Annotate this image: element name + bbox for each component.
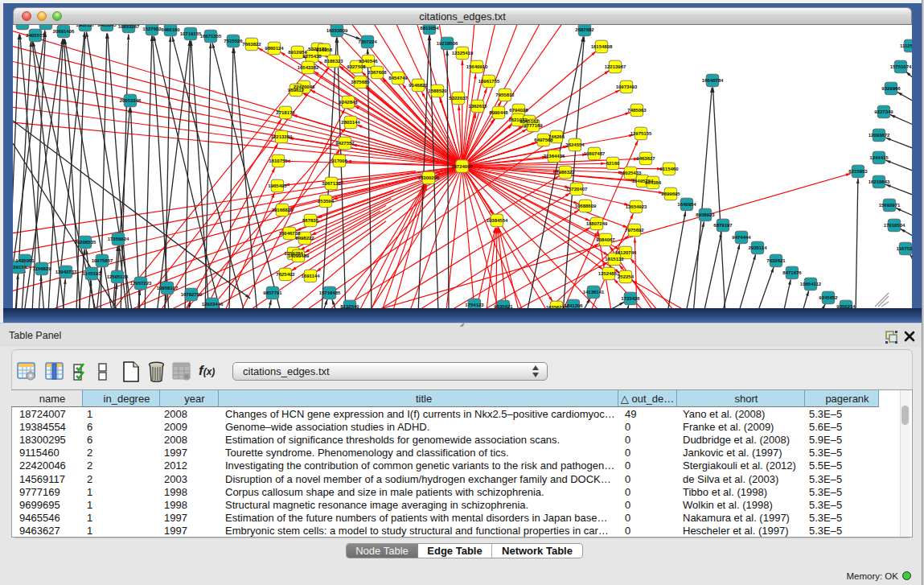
svg-text:5322037: 5322037 (449, 96, 468, 101)
svg-text:9115460: 9115460 (659, 167, 679, 171)
svg-text:15751074: 15751074 (890, 64, 912, 69)
svg-text:939154: 939154 (13, 265, 27, 270)
svg-text:16053809: 16053809 (326, 28, 348, 33)
svg-text:1362615: 1362615 (468, 104, 487, 109)
svg-text:3675685: 3675685 (351, 80, 370, 84)
svg-text:1167534: 1167534 (896, 246, 912, 251)
svg-text:7485063: 7485063 (627, 108, 647, 113)
svg-text:9329966: 9329966 (881, 86, 901, 91)
svg-text:1156829: 1156829 (32, 266, 51, 271)
svg-text:10975857: 10975857 (92, 258, 113, 263)
svg-text:887835: 887835 (302, 218, 319, 223)
svg-text:916058: 916058 (316, 47, 333, 52)
svg-text:1145193: 1145193 (82, 271, 101, 276)
svg-text:14136141: 14136141 (583, 290, 605, 295)
svg-text:7357224: 7357224 (358, 39, 377, 44)
svg-text:15716485: 15716485 (319, 290, 341, 295)
svg-text:16671355: 16671355 (200, 34, 222, 39)
svg-text:2367608: 2367608 (368, 70, 387, 75)
svg-text:10654112: 10654112 (800, 282, 822, 286)
svg-text:9340546: 9340546 (359, 59, 378, 64)
svg-text:16210643: 16210643 (869, 179, 890, 184)
svg-text:18724007: 18724007 (451, 164, 473, 169)
svg-text:16543382: 16543382 (298, 65, 319, 70)
svg-text:17010504: 17010504 (884, 223, 906, 228)
svg-text:16092375: 16092375 (13, 25, 34, 26)
svg-text:1527602: 1527602 (142, 27, 162, 31)
svg-text:2405571: 2405571 (26, 33, 45, 38)
svg-text:12942737: 12942737 (55, 270, 77, 274)
svg-text:9777169: 9777169 (524, 123, 543, 128)
svg-text:1615132: 1615132 (605, 257, 624, 262)
svg-text:10719155: 10719155 (180, 31, 202, 36)
svg-text:8215953: 8215953 (848, 169, 868, 174)
svg-text:17957223: 17957223 (130, 281, 152, 286)
svg-text:20053346: 20053346 (120, 98, 142, 103)
svg-text:19218506: 19218506 (437, 41, 458, 46)
svg-text:19384554: 19384554 (487, 218, 508, 223)
svg-text:917006: 917006 (331, 159, 348, 163)
svg-text:9245652: 9245652 (819, 295, 838, 300)
svg-text:8813054: 8813054 (420, 26, 439, 31)
svg-text:17359924: 17359924 (108, 237, 129, 241)
svg-text:7632621: 7632621 (766, 258, 786, 263)
svg-text:12975155: 12975155 (630, 131, 652, 136)
svg-text:7663822: 7663822 (242, 42, 261, 47)
svg-text:9242848: 9242848 (339, 100, 358, 105)
svg-text:10025433: 10025433 (620, 171, 642, 175)
svg-text:1435061: 1435061 (15, 258, 35, 263)
svg-text:9857791: 9857791 (263, 290, 282, 295)
svg-text:11125840: 11125840 (900, 43, 912, 48)
svg-text:1754123: 1754123 (465, 303, 484, 307)
svg-text:18807249: 18807249 (586, 221, 608, 226)
svg-text:8938923: 8938923 (696, 212, 715, 217)
svg-text:6466160: 6466160 (161, 27, 180, 32)
svg-text:9350214: 9350214 (836, 304, 856, 308)
svg-text:2718176: 2718176 (276, 110, 295, 115)
svg-text:12923446: 12923446 (202, 302, 224, 307)
svg-text:1803518: 1803518 (36, 25, 55, 26)
svg-text:964384: 964384 (645, 180, 662, 185)
svg-text:252254: 252254 (618, 274, 634, 279)
svg-text:9427552: 9427552 (335, 141, 355, 146)
svg-text:9227349: 9227349 (874, 109, 893, 114)
svg-text:14099489: 14099489 (288, 253, 310, 258)
svg-text:9084067: 9084067 (596, 237, 615, 242)
svg-text:7515526: 7515526 (224, 39, 243, 43)
svg-text:7955812: 7955812 (495, 93, 515, 97)
svg-text:9146821: 9146821 (409, 83, 428, 88)
svg-text:20206535: 20206535 (75, 240, 97, 245)
svg-text:3624554: 3624554 (565, 142, 585, 147)
svg-text:1965495: 1965495 (268, 183, 287, 188)
svg-text:8132540: 8132540 (340, 304, 359, 308)
svg-text:13524851: 13524851 (598, 271, 620, 276)
svg-text:16782759: 16782759 (181, 292, 203, 297)
svg-text:6879197: 6879197 (713, 223, 733, 228)
svg-text:9699695: 9699695 (661, 192, 680, 196)
svg-text:18300295: 18300295 (418, 175, 440, 180)
svg-text:62160: 62160 (606, 161, 620, 166)
svg-text:7975692: 7975692 (625, 228, 644, 233)
svg-text:9275433: 9275433 (302, 54, 322, 59)
svg-text:9498222: 9498222 (295, 236, 314, 241)
svg-text:10961755: 10961755 (478, 79, 500, 84)
svg-text:21364436: 21364436 (544, 154, 565, 159)
svg-text:10973493: 10973493 (616, 84, 638, 89)
svg-text:1244415: 1244415 (869, 155, 889, 160)
svg-text:989612: 989612 (288, 88, 305, 93)
svg-text:3267130: 3267130 (322, 181, 341, 186)
svg-text:1691144: 1691144 (301, 274, 320, 278)
svg-text:10958107: 10958107 (157, 286, 179, 290)
svg-text:20691406: 20691406 (53, 29, 75, 34)
svg-text:10807487: 10807487 (584, 151, 606, 156)
svg-text:9860124: 9860124 (265, 46, 284, 51)
svg-text:8454749: 8454749 (388, 76, 408, 80)
svg-text:253594: 253594 (318, 199, 335, 204)
svg-text:16120746: 16120746 (615, 250, 637, 255)
svg-text:2803144: 2803144 (341, 120, 360, 125)
svg-text:15692971: 15692971 (879, 203, 901, 208)
svg-text:8186323: 8186323 (324, 59, 343, 64)
svg-text:16648784: 16648784 (702, 78, 724, 83)
svg-text:12325419: 12325419 (452, 51, 474, 56)
svg-text:9461045: 9461045 (97, 25, 117, 27)
